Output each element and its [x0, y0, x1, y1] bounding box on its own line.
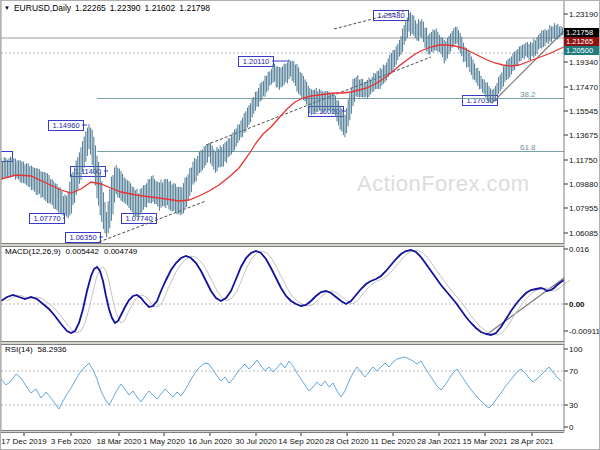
date-axis-label-3[interactable]: 1 May 2020: [143, 437, 185, 446]
macd-axis-label-1[interactable]: 0.00: [569, 300, 585, 309]
ohlc-close: 1.21798: [179, 3, 210, 13]
macd-axis-label-2[interactable]: -0.009116: [569, 327, 600, 336]
macd-signal-line: [7, 250, 570, 335]
date-axis-label-7[interactable]: 28 Oct 2020: [325, 437, 369, 446]
rsi-indicator-label: RSI(14)58.2936: [5, 345, 71, 354]
price-axis-label-9[interactable]: 1.06085: [569, 229, 598, 238]
axis-price-box-1: 1.21265: [564, 37, 600, 46]
date-axis-label-11[interactable]: 28 Apr 2021: [510, 437, 553, 446]
fibonacci-label-1: 61.8: [520, 143, 536, 152]
date-axis-label-9[interactable]: 28 Jan 2021: [417, 437, 461, 446]
date-axis-label-4[interactable]: 16 Jun 2020: [188, 437, 232, 446]
trading-chart-window: ActionForex.com ▼EURUSD,Daily1.222651.22…: [0, 0, 600, 450]
price-axis-label-6[interactable]: 1.11750: [569, 156, 597, 165]
ohlc-high: 1.22390: [110, 3, 141, 13]
chart-canvas[interactable]: [1, 1, 600, 450]
date-axis-label-6[interactable]: 14 Sep 2020: [278, 437, 323, 446]
price-axis-label-2[interactable]: 1.19340: [569, 58, 598, 67]
rsi-axis-label-3[interactable]: 0: [569, 423, 573, 432]
date-axis-label-5[interactable]: 30 Jul 2020: [235, 437, 276, 446]
price-axis-label-7[interactable]: 1.09880: [569, 180, 598, 189]
date-axis-label-1[interactable]: 3 Feb 2020: [51, 437, 91, 446]
chart-title-bar: ▼EURUSD,Daily1.222651.223901.216021.2179…: [4, 3, 214, 13]
date-axis-label-8[interactable]: 11 Dec 2020: [371, 437, 416, 446]
rsi-name: RSI(14): [5, 345, 33, 354]
date-axis-label-10[interactable]: 15 Mar 2021: [463, 437, 508, 446]
date-axis-label-2[interactable]: 18 Mar 2020: [97, 437, 142, 446]
macd-value-1: 0.005442: [66, 247, 99, 256]
axis-price-box-0: 1.21758: [564, 28, 600, 37]
macd-axis-label-0[interactable]: 0.016: [569, 245, 589, 254]
panel-separator-2[interactable]: [1, 430, 564, 433]
price-axis-label-3[interactable]: 1.17470: [569, 83, 598, 92]
axis-price-box-2: 1.20500: [564, 46, 600, 55]
dashed-trendline-0: [99, 201, 206, 242]
price-axis-label-0[interactable]: 1.23190: [569, 10, 598, 19]
macd-value-2: 0.004749: [104, 247, 137, 256]
ohlc-open: 1.22265: [75, 3, 106, 13]
price-axis-label-5[interactable]: 1.13675: [569, 131, 598, 140]
rsi-axis-label-1[interactable]: 70: [569, 367, 578, 376]
gray-trendline-macd: [486, 278, 564, 335]
dashed-trendline-2: [334, 10, 407, 29]
rsi-line: [1, 357, 561, 409]
price-axis-label-4[interactable]: 1.15545: [569, 107, 598, 116]
ohlc-low: 1.21602: [145, 3, 176, 13]
macd-name: MACD(12,26,9): [5, 247, 61, 256]
macd-indicator-label: MACD(12,26,9)0.0054420.004749: [5, 247, 142, 256]
rsi-value: 58.2936: [38, 345, 67, 354]
rsi-axis-label-0[interactable]: 100: [569, 345, 582, 354]
rsi-axis-label-2[interactable]: 30: [569, 401, 578, 410]
collapse-triangle-icon[interactable]: ▼: [4, 5, 10, 11]
price-axis-label-8[interactable]: 1.07955: [569, 204, 598, 213]
date-axis-label-0[interactable]: 17 Dec 2019: [1, 437, 46, 446]
fibonacci-label-0: 38.2: [520, 90, 536, 99]
panel-separator-1[interactable]: [1, 341, 564, 345]
symbol-timeframe-label: EURUSD,Daily: [14, 3, 71, 13]
